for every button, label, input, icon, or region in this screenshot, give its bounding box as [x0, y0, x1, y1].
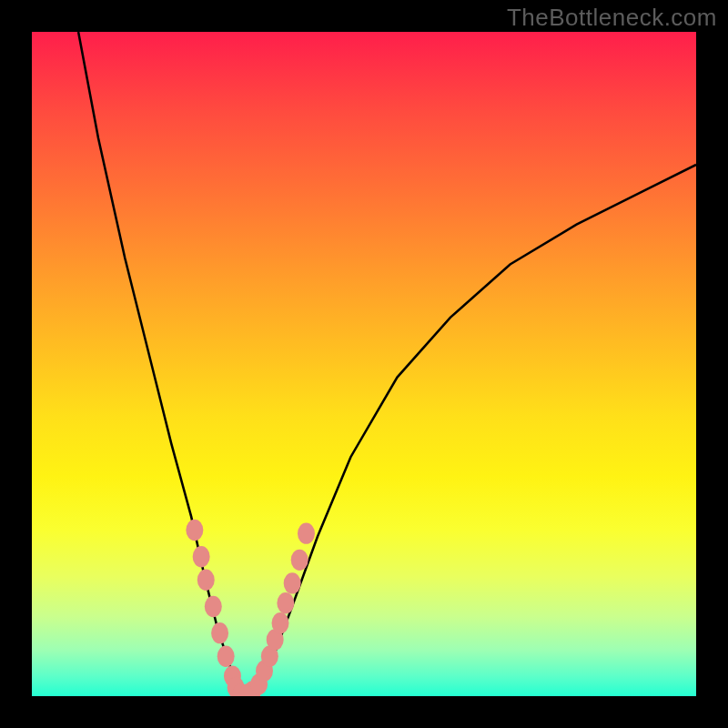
scatter-marker	[211, 622, 228, 643]
scatter-marker	[298, 522, 315, 543]
scatter-marker	[284, 572, 301, 593]
curve-right	[258, 165, 696, 696]
scatter-markers	[186, 520, 315, 696]
chart-svg	[32, 32, 696, 696]
scatter-marker	[291, 550, 308, 571]
chart-frame: TheBottleneck.com	[0, 0, 728, 728]
scatter-marker	[205, 596, 222, 617]
scatter-marker	[186, 520, 203, 541]
curve-left	[78, 32, 241, 696]
watermark-label: TheBottleneck.com	[507, 4, 717, 32]
scatter-marker	[272, 612, 289, 633]
scatter-marker	[277, 592, 294, 613]
scatter-marker	[197, 570, 215, 591]
scatter-marker	[217, 646, 235, 667]
scatter-marker	[193, 546, 210, 567]
